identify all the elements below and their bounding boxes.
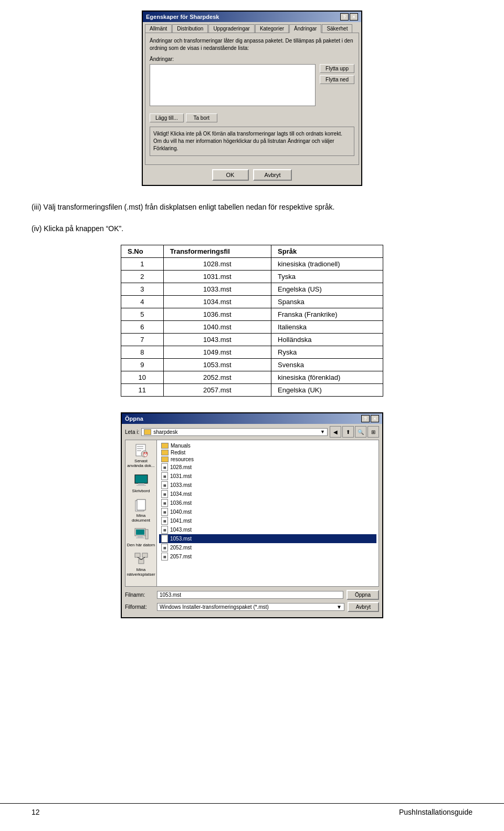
title-controls: ? × [340, 13, 358, 20]
tab-distribution[interactable]: Distribution [172, 24, 208, 33]
table-row: 31033.mstEngelska (US) [121, 283, 383, 296]
nav-back-button[interactable]: ◀ [330, 426, 341, 438]
filetype-dropdown[interactable]: Windows Installer-transformeringspaket (… [157, 603, 344, 611]
tab-sakerhet[interactable]: Säkerhet [322, 24, 352, 33]
changes-listbox[interactable] [150, 64, 316, 106]
folder-icon [144, 429, 151, 435]
svg-rect-7 [138, 483, 144, 485]
nav-up-button[interactable]: ⬆ [342, 426, 354, 438]
cell-file: 1034.mst [163, 296, 271, 308]
add-button[interactable]: Lägg till... [150, 113, 184, 122]
col-header-file: Transformeringsfil [163, 245, 271, 258]
documents-icon [134, 497, 149, 512]
cell-lang: Franska (Frankrike) [271, 308, 383, 321]
svg-rect-1 [137, 446, 143, 447]
sidebar-recent[interactable]: ⏰ Senast använda dok... [127, 443, 155, 469]
sidebar-documents-label: Mina dokument [127, 513, 155, 523]
cell-file: 1053.mst [163, 359, 271, 371]
dialog-content: Ändringar och transformeringar låter dig… [145, 33, 359, 165]
mst-file-icon: ▦ [161, 517, 168, 525]
svg-rect-17 [142, 553, 148, 557]
file-item-1053mst[interactable]: ▦1053.mst [159, 534, 376, 543]
nav-search-button[interactable]: 🔍 [355, 426, 366, 438]
nav-view-button[interactable]: ⊞ [368, 426, 379, 438]
file-toolbar: Leta i: sharpdesk ▼ ◀ ⬆ 🔍 ⊞ [122, 424, 382, 440]
file-item-2057mst[interactable]: ▦2057.mst [159, 552, 376, 561]
move-up-button[interactable]: Flytta upp [320, 64, 354, 73]
file-item-1040mst[interactable]: ▦1040.mst [159, 507, 376, 516]
folder-resources[interactable]: resources [159, 456, 376, 463]
sidebar-computer[interactable]: Den här datorn [127, 527, 155, 547]
cell-file: 1033.mst [163, 283, 271, 296]
file-dialog-body: ⏰ Senast använda dok... Skrivbord [125, 440, 379, 587]
folder-redist[interactable]: Redist [159, 449, 376, 456]
tab-uppgraderingar[interactable]: Uppgraderingar [208, 24, 255, 33]
svg-line-19 [138, 557, 141, 559]
file-name-label: 1036.mst [170, 500, 192, 506]
file-cancel-button[interactable]: Avbryt [348, 602, 379, 612]
cell-file: 2057.mst [163, 384, 271, 397]
cell-lang: Ryska [271, 346, 383, 359]
file-close-button[interactable]: × [371, 415, 379, 422]
close-button[interactable]: × [350, 13, 358, 20]
svg-rect-13 [138, 536, 143, 537]
filetype-row: Filformat: Windows Installer-transformer… [125, 602, 379, 612]
folder-name-manuals: Manuals [171, 443, 191, 449]
ok-button[interactable]: OK [212, 169, 249, 181]
location-label: Leta i: [125, 429, 139, 435]
file-name-label: 1043.mst [170, 527, 192, 533]
move-down-button[interactable]: Flytta ned [320, 75, 354, 84]
location-box[interactable]: sharpdesk ▼ [141, 428, 328, 436]
table-row: 11028.mstkinesiska (tradionell) [121, 258, 383, 271]
nav-buttons: ◀ ⬆ 🔍 ⊞ [330, 426, 379, 438]
file-open-dialog: Öppna ? × Leta i: sharpdesk ▼ ◀ ⬆ 🔍 ⊞ [121, 412, 383, 618]
instruction-step-iv: (iv) Klicka på knappen “OK”. [32, 223, 472, 234]
dropdown-arrow: ▼ [320, 429, 325, 434]
tab-andringar[interactable]: Ändringar [289, 24, 321, 33]
file-item-2052mst[interactable]: ▦2052.mst [159, 543, 376, 552]
cell-file: 1036.mst [163, 308, 271, 321]
sidebar-network-label: Mina nätverksplatser [127, 567, 155, 577]
filename-input[interactable]: 1053.mst [157, 591, 343, 599]
table-row: 91053.mstSvenska [121, 359, 383, 371]
file-item-1041mst[interactable]: ▦1041.mst [159, 516, 376, 525]
file-question-button[interactable]: ? [361, 415, 370, 422]
file-dialog-controls: ? × [361, 415, 379, 422]
svg-rect-15 [145, 529, 148, 539]
sidebar-desktop[interactable]: Skrivbord [127, 473, 155, 493]
filetype-label: Filformat: [125, 604, 154, 610]
warning-box: Viktigt! Klicka inte på OK förrän alla t… [150, 127, 354, 156]
sidebar-documents[interactable]: Mina dokument [127, 497, 155, 523]
file-item-1033mst[interactable]: ▦1033.mst [159, 481, 376, 490]
question-button[interactable]: ? [340, 13, 349, 20]
tab-kategorier[interactable]: Kategorier [255, 24, 289, 33]
cancel-button[interactable]: Avbryt [253, 169, 292, 181]
computer-icon [134, 527, 149, 542]
network-icon [134, 552, 149, 566]
mst-file-icon: ▦ [161, 535, 168, 543]
file-item-1034mst[interactable]: ▦1034.mst [159, 490, 376, 498]
cell-lang: Engelska (UK) [271, 384, 383, 397]
file-name-label: 1028.mst [170, 464, 192, 470]
page-container: Egenskaper för Sharpdesk ? × Allmänt Dis… [0, 0, 504, 831]
cell-no: 9 [121, 359, 164, 371]
file-item-1043mst[interactable]: ▦1043.mst [159, 525, 376, 534]
open-button[interactable]: Öppna [346, 590, 379, 600]
tab-allman[interactable]: Allmänt [145, 24, 172, 33]
section-label: Ändringar: [150, 56, 354, 62]
mst-file-icon: ▦ [161, 499, 168, 507]
file-dialog-title-text: Öppna [125, 416, 143, 422]
svg-text:⏰: ⏰ [143, 452, 148, 457]
filename-value: 1053.mst [160, 592, 181, 598]
table-row: 81049.mstRyska [121, 346, 383, 359]
file-item-1028mst[interactable]: ▦1028.mst [159, 463, 376, 472]
remove-button[interactable]: Ta bort [186, 113, 217, 122]
sidebar-network[interactable]: Mina nätverksplatser [127, 552, 155, 577]
cell-lang: Svenska [271, 359, 383, 371]
file-name-label: 1040.mst [170, 509, 192, 515]
folder-manuals[interactable]: Manuals [159, 442, 376, 449]
file-item-1036mst[interactable]: ▦1036.mst [159, 498, 376, 507]
cell-no: 1 [121, 258, 164, 271]
file-item-1031mst[interactable]: ▦1031.mst [159, 472, 376, 481]
folder-icon-resources [161, 456, 169, 462]
